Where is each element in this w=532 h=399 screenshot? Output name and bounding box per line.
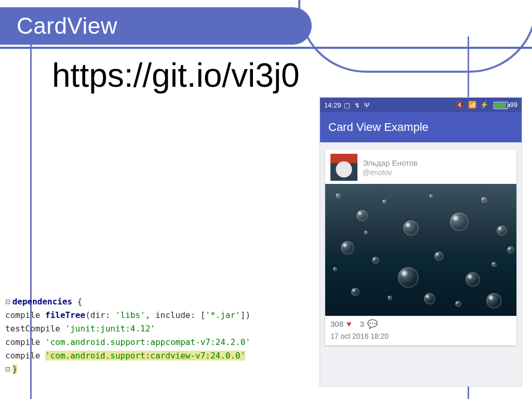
signal-icon: 📶 [468,101,476,109]
template-arc [298,0,532,73]
title-underline [0,47,532,49]
code-l2a: compile [5,310,45,320]
bolt-icon: ⚡ [480,101,488,109]
code-l2d: 'libs' [115,310,145,320]
code-l2g: ]) [241,310,250,320]
card-image-raindrops[interactable] [325,184,516,316]
usb-icon: Ψ [364,101,369,109]
comment-icon[interactable]: 💬 [367,319,378,329]
phone-mockup: 14:29 ▢ ↯ Ψ 🔇 📶 ⚡ 99 Card View Example Э… [320,98,522,386]
card-footer: 308 ♥ 3 💬 [325,316,516,331]
appbar-title: Card View Example [328,121,429,134]
card-header: Эльдар Енотов @enotov [325,150,516,184]
code-l2f: '*.jar' [205,310,240,320]
user-handle[interactable]: @enotov [363,168,418,177]
comments-count[interactable]: 3 [360,320,364,328]
code-l4a: compile [5,337,45,347]
user-name[interactable]: Эльдар Енотов [363,158,418,167]
slide-title-pill: CardView [0,7,312,45]
code-line-3: testCompile 'junit:junit:4.12' [5,322,312,336]
statusbar-time: 14:29 [324,101,341,109]
code-l3b: 'junit:junit:4.12' [65,324,155,334]
statusbar-left: 14:29 ▢ ↯ Ψ [324,101,370,109]
code-l2e: , include: [ [145,310,206,320]
code-l5a: compile [5,351,45,361]
code-line-5: compile 'com.android.support:cardview-v7… [5,349,312,363]
code-line-6: ⊟} [5,363,312,376]
gradle-code-block: ⊟dependencies { compile fileTree(dir: 'l… [5,295,312,376]
heart-icon[interactable]: ♥ [347,320,352,329]
likes-count[interactable]: 308 [330,320,343,328]
code-l5b-highlighted: 'com.android.support:cardview-v7:24.0.0' [45,351,245,361]
cardview-example[interactable]: Эльдар Енотов @enotov [325,150,516,345]
code-l3a: testCompile [5,324,65,334]
kw-dependencies: dependencies [12,297,73,307]
statusbar-right: 🔇 📶 ⚡ 99 [455,101,517,109]
code-line-1: ⊟dependencies { [5,295,312,309]
android-appbar: Card View Example [320,112,522,142]
android-statusbar: 14:29 ▢ ↯ Ψ 🔇 📶 ⚡ 99 [320,98,522,112]
code-l2c: (dir: [85,310,115,320]
slide-url: https://git.io/vi3j0 [52,56,300,95]
slide-title: CardView [17,13,117,39]
card-date: 17 oct 2016 18:20 [325,331,516,345]
code-line-4: compile 'com.android.support:appcompat-v… [5,336,312,349]
code-brace-close: } [12,364,18,374]
code-l2b: fileTree [45,310,85,320]
code-brace-open: { [72,297,82,307]
image-icon: ▢ [344,101,350,109]
avatar[interactable] [330,154,357,181]
mute-icon: 🔇 [456,101,464,109]
battery-percent: 99 [510,101,517,109]
share-icon: ↯ [354,101,360,109]
battery-icon [494,102,508,109]
code-line-2: compile fileTree(dir: 'libs', include: [… [5,309,312,322]
user-block: Эльдар Енотов @enotov [363,158,418,177]
code-l4b: 'com.android.support:appcompat-v7:24.2.0… [45,337,250,347]
